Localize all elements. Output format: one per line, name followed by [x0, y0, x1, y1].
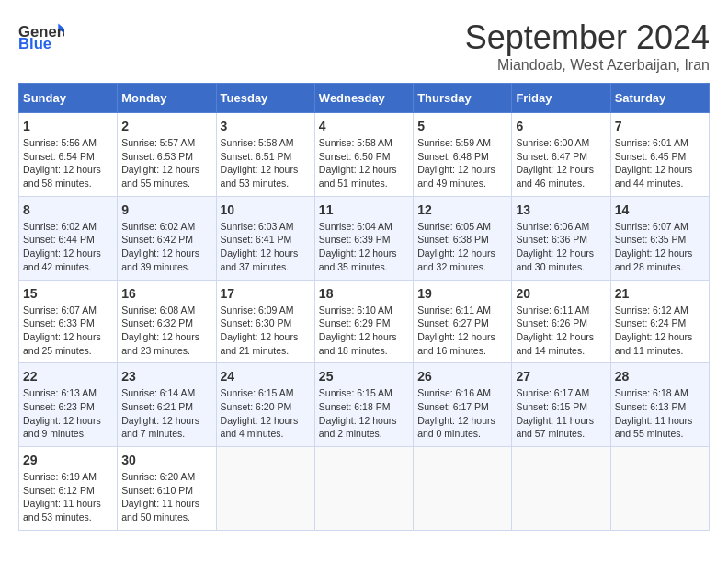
day-number: 26 [417, 369, 507, 384]
table-row [610, 447, 709, 531]
logo-icon: General Blue [18, 18, 64, 55]
day-info: Sunrise: 6:07 AM Sunset: 6:35 PM Dayligh… [615, 220, 705, 274]
col-thursday: Thursday [414, 84, 512, 113]
table-row: 18 Sunrise: 6:10 AM Sunset: 6:29 PM Dayl… [314, 280, 413, 363]
col-saturday: Saturday [610, 84, 709, 113]
table-row [414, 447, 512, 531]
day-number: 16 [121, 286, 211, 301]
month-title: September 2024 [465, 18, 710, 57]
day-info: Sunrise: 6:17 AM Sunset: 6:15 PM Dayligh… [516, 386, 606, 441]
table-row: 4 Sunrise: 5:58 AM Sunset: 6:50 PM Dayli… [314, 113, 413, 197]
table-row: 7 Sunrise: 6:01 AM Sunset: 6:45 PM Dayli… [610, 113, 709, 197]
calendar-week-row: 15 Sunrise: 6:07 AM Sunset: 6:33 PM Dayl… [19, 280, 710, 363]
day-number: 12 [417, 202, 507, 217]
table-row: 27 Sunrise: 6:17 AM Sunset: 6:15 PM Dayl… [512, 363, 610, 447]
day-number: 25 [319, 369, 409, 384]
table-row: 20 Sunrise: 6:11 AM Sunset: 6:26 PM Dayl… [512, 280, 610, 363]
table-row [216, 447, 314, 531]
location-title: Miandoab, West Azerbaijan, Iran [465, 57, 710, 74]
table-row: 12 Sunrise: 6:05 AM Sunset: 6:38 PM Dayl… [414, 196, 512, 280]
table-row: 22 Sunrise: 6:13 AM Sunset: 6:23 PM Dayl… [19, 363, 118, 447]
table-row: 6 Sunrise: 6:00 AM Sunset: 6:47 PM Dayli… [512, 113, 610, 197]
col-wednesday: Wednesday [314, 84, 413, 113]
day-info: Sunrise: 5:56 AM Sunset: 6:54 PM Dayligh… [23, 136, 113, 190]
table-row: 16 Sunrise: 6:08 AM Sunset: 6:32 PM Dayl… [118, 280, 216, 363]
table-row [314, 447, 413, 531]
day-number: 5 [417, 119, 507, 133]
day-info: Sunrise: 5:57 AM Sunset: 6:53 PM Dayligh… [121, 136, 211, 190]
day-number: 21 [615, 286, 705, 301]
svg-text:Blue: Blue [18, 35, 51, 52]
day-number: 9 [121, 202, 211, 217]
day-info: Sunrise: 6:11 AM Sunset: 6:27 PM Dayligh… [417, 304, 507, 358]
table-row: 11 Sunrise: 6:04 AM Sunset: 6:39 PM Dayl… [314, 196, 413, 280]
day-number: 24 [221, 369, 311, 384]
calendar-header-row: Sunday Monday Tuesday Wednesday Thursday… [19, 84, 710, 113]
logo: General Blue [18, 18, 64, 55]
day-info: Sunrise: 6:02 AM Sunset: 6:44 PM Dayligh… [23, 220, 113, 274]
table-row: 9 Sunrise: 6:02 AM Sunset: 6:42 PM Dayli… [118, 196, 216, 280]
day-info: Sunrise: 6:06 AM Sunset: 6:36 PM Dayligh… [516, 220, 606, 274]
table-row: 14 Sunrise: 6:07 AM Sunset: 6:35 PM Dayl… [610, 196, 709, 280]
day-info: Sunrise: 6:16 AM Sunset: 6:17 PM Dayligh… [417, 386, 507, 441]
day-info: Sunrise: 5:58 AM Sunset: 6:50 PM Dayligh… [319, 136, 409, 190]
day-info: Sunrise: 6:14 AM Sunset: 6:21 PM Dayligh… [121, 386, 211, 441]
day-info: Sunrise: 6:15 AM Sunset: 6:18 PM Dayligh… [319, 386, 409, 441]
day-info: Sunrise: 5:59 AM Sunset: 6:48 PM Dayligh… [417, 136, 507, 190]
calendar-week-row: 29 Sunrise: 6:19 AM Sunset: 6:12 PM Dayl… [19, 447, 710, 531]
day-info: Sunrise: 6:05 AM Sunset: 6:38 PM Dayligh… [417, 220, 507, 274]
day-info: Sunrise: 6:09 AM Sunset: 6:30 PM Dayligh… [221, 304, 311, 358]
day-number: 22 [23, 369, 113, 384]
day-number: 20 [516, 286, 606, 301]
day-number: 29 [23, 453, 113, 467]
table-row: 3 Sunrise: 5:58 AM Sunset: 6:51 PM Dayli… [216, 113, 314, 197]
calendar-week-row: 1 Sunrise: 5:56 AM Sunset: 6:54 PM Dayli… [19, 113, 710, 197]
day-info: Sunrise: 6:02 AM Sunset: 6:42 PM Dayligh… [121, 220, 211, 274]
day-info: Sunrise: 6:04 AM Sunset: 6:39 PM Dayligh… [319, 220, 409, 274]
day-info: Sunrise: 6:13 AM Sunset: 6:23 PM Dayligh… [23, 386, 113, 441]
day-info: Sunrise: 6:07 AM Sunset: 6:33 PM Dayligh… [23, 304, 113, 358]
day-number: 3 [221, 119, 311, 133]
day-number: 7 [615, 119, 705, 133]
col-sunday: Sunday [19, 84, 118, 113]
table-row: 26 Sunrise: 6:16 AM Sunset: 6:17 PM Dayl… [414, 363, 512, 447]
day-info: Sunrise: 6:03 AM Sunset: 6:41 PM Dayligh… [221, 220, 311, 274]
day-info: Sunrise: 6:20 AM Sunset: 6:10 PM Dayligh… [121, 470, 211, 524]
table-row: 8 Sunrise: 6:02 AM Sunset: 6:44 PM Dayli… [19, 196, 118, 280]
day-info: Sunrise: 6:08 AM Sunset: 6:32 PM Dayligh… [121, 304, 211, 358]
col-monday: Monday [118, 84, 216, 113]
day-number: 6 [516, 119, 606, 133]
day-info: Sunrise: 6:00 AM Sunset: 6:47 PM Dayligh… [516, 136, 606, 190]
day-number: 10 [221, 202, 311, 217]
day-number: 1 [23, 119, 113, 133]
table-row: 25 Sunrise: 6:15 AM Sunset: 6:18 PM Dayl… [314, 363, 413, 447]
table-row: 23 Sunrise: 6:14 AM Sunset: 6:21 PM Dayl… [118, 363, 216, 447]
day-number: 14 [615, 202, 705, 217]
page-header: General Blue September 2024 Miandoab, We… [18, 18, 710, 74]
table-row: 10 Sunrise: 6:03 AM Sunset: 6:41 PM Dayl… [216, 196, 314, 280]
table-row: 1 Sunrise: 5:56 AM Sunset: 6:54 PM Dayli… [19, 113, 118, 197]
day-number: 23 [121, 369, 211, 384]
day-info: Sunrise: 6:18 AM Sunset: 6:13 PM Dayligh… [615, 386, 705, 441]
table-row: 5 Sunrise: 5:59 AM Sunset: 6:48 PM Dayli… [414, 113, 512, 197]
day-info: Sunrise: 5:58 AM Sunset: 6:51 PM Dayligh… [221, 136, 311, 190]
day-number: 17 [221, 286, 311, 301]
table-row: 30 Sunrise: 6:20 AM Sunset: 6:10 PM Dayl… [118, 447, 216, 531]
calendar-week-row: 22 Sunrise: 6:13 AM Sunset: 6:23 PM Dayl… [19, 363, 710, 447]
table-row: 2 Sunrise: 5:57 AM Sunset: 6:53 PM Dayli… [118, 113, 216, 197]
calendar-week-row: 8 Sunrise: 6:02 AM Sunset: 6:44 PM Dayli… [19, 196, 710, 280]
table-row: 29 Sunrise: 6:19 AM Sunset: 6:12 PM Dayl… [19, 447, 118, 531]
table-row [512, 447, 610, 531]
table-row: 13 Sunrise: 6:06 AM Sunset: 6:36 PM Dayl… [512, 196, 610, 280]
day-number: 8 [23, 202, 113, 217]
day-number: 30 [121, 453, 211, 467]
table-row: 24 Sunrise: 6:15 AM Sunset: 6:20 PM Dayl… [216, 363, 314, 447]
day-number: 28 [615, 369, 705, 384]
col-tuesday: Tuesday [216, 84, 314, 113]
day-number: 11 [319, 202, 409, 217]
day-info: Sunrise: 6:15 AM Sunset: 6:20 PM Dayligh… [221, 386, 311, 441]
table-row: 17 Sunrise: 6:09 AM Sunset: 6:30 PM Dayl… [216, 280, 314, 363]
day-number: 13 [516, 202, 606, 217]
day-number: 27 [516, 369, 606, 384]
day-info: Sunrise: 6:01 AM Sunset: 6:45 PM Dayligh… [615, 136, 705, 190]
